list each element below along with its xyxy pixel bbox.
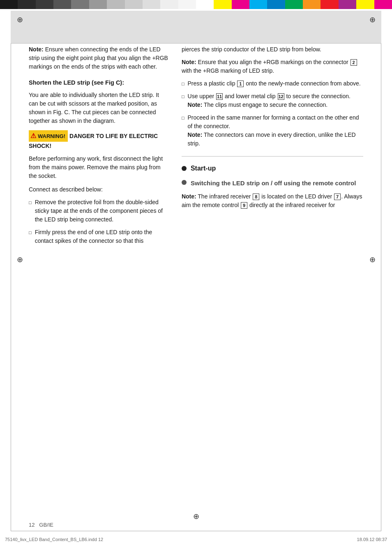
startup-label: Start-up	[191, 165, 216, 172]
file-info-right: 18.09.12 08:37	[357, 537, 387, 542]
section1-text: You are able to individually shorten the…	[29, 91, 169, 125]
note2-paragraph: Note: Ensure that you align the +RGB mar…	[182, 58, 363, 75]
divider-1	[182, 156, 363, 157]
right-text1: pierces the strip conductor of the LED s…	[182, 45, 363, 54]
warning-badge-label: WARNING!	[38, 132, 65, 141]
rb1-text1: Press a plastic clip	[188, 80, 237, 87]
warning-badge: ⚠ WARNING!	[29, 130, 68, 142]
rb3-note-label: Note:	[188, 131, 203, 138]
rb3-text1: Proceed in the same manner for forming a…	[188, 114, 359, 129]
content-area: Note: Ensure when connecting the ends of…	[29, 45, 363, 513]
reg-mark-mid-right: ⊕	[367, 255, 377, 265]
connect-label: Connect as described below:	[29, 185, 169, 194]
right-bullet-list: □ Press a plastic clip 1 onto the newly-…	[182, 79, 363, 148]
note2-label: Note:	[182, 59, 196, 65]
right-bullet-sym-3: □	[182, 115, 184, 148]
left-bullet-1: □ Remove the protective foil from the do…	[29, 198, 169, 224]
reg-mark-top-right: ⊕	[367, 15, 377, 25]
rb2-text3: to secure the connection.	[285, 93, 350, 99]
note3-paragraph: Note: The infrared receiver 8 is located…	[182, 192, 363, 210]
right-bullet-1-text: Press a plastic clip 1 onto the newly-ma…	[188, 79, 363, 88]
right-column: pierces the strip conductor of the LED s…	[182, 45, 363, 513]
rb1-text2: onto the newly-made connection from abov…	[244, 80, 360, 87]
note3-text4: directly at the infrared receiver for	[248, 202, 335, 208]
right-bullet-sym-2: □	[182, 93, 184, 109]
rb1-num: 1	[237, 81, 244, 87]
switching-subsection-title: Switching the LED strip on / off using t…	[182, 179, 363, 187]
right-bullet-sym-1: □	[182, 81, 184, 88]
reg-mark-top-left: ⊕	[15, 15, 25, 25]
left-bullet-1-text: Remove the protective foil from the doub…	[35, 198, 169, 224]
bullet-sym-1: □	[29, 199, 32, 224]
rb2-note-text: The clips must engage to secure the conn…	[202, 101, 327, 108]
left-column: Note: Ensure when connecting the ends of…	[29, 45, 169, 513]
warning-line: ⚠ WARNING! DANGER TO LIFE BY ELECTRIC SH…	[29, 130, 169, 150]
gray-header	[11, 11, 381, 44]
left-bullet-2-text: Firmly press the end of one LED strip on…	[35, 228, 169, 245]
page-number: 12 GB/IE	[29, 522, 53, 528]
right-bullet-3-text: Proceed in the same manner for forming a…	[188, 113, 363, 148]
right-bullet-1: □ Press a plastic clip 1 onto the newly-…	[182, 79, 363, 88]
right-bullet-2: □ Use upper 11 and lower metal clip 12 t…	[182, 92, 363, 109]
startup-bullet-icon	[182, 166, 187, 171]
note3-num3: 9	[241, 202, 247, 209]
rb2-note-label: Note:	[188, 101, 203, 108]
note1-label: Note:	[29, 46, 44, 53]
color-bar	[0, 0, 392, 9]
warning-block: ⚠ WARNING! DANGER TO LIFE BY ELECTRIC SH…	[29, 130, 169, 180]
note3-text2: is located on the LED driver	[260, 193, 334, 200]
rb2-text-mid: and lower metal clip	[223, 93, 277, 99]
note2-text2: with the +RGB marking of LED strip.	[182, 67, 274, 74]
right-bullet-3: □ Proceed in the same manner for forming…	[182, 113, 363, 148]
switching-label: Switching the LED strip on / off using t…	[191, 179, 356, 187]
left-bullet-2: □ Firmly press the end of one LED strip …	[29, 228, 169, 245]
note3-num2: 7	[334, 194, 341, 200]
note2-text1: Ensure that you align the +RGB markings …	[196, 59, 350, 65]
left-bullet-list: □ Remove the protective foil from the do…	[29, 198, 169, 245]
switching-bullet-icon	[182, 180, 187, 185]
file-info-left: 75140_livx_LED Band_Content_BS_LB6.indd …	[5, 537, 103, 542]
note1-paragraph: Note: Ensure when connecting the ends of…	[29, 45, 169, 71]
note3-label: Note:	[182, 193, 196, 200]
rb2-num1: 11	[216, 93, 223, 100]
note2-num2: 2	[350, 59, 357, 66]
startup-section-title: Start-up	[182, 165, 363, 172]
right-bullet-2-text: Use upper 11 and lower metal clip 12 to …	[188, 92, 363, 109]
rb2-num2: 12	[278, 93, 284, 100]
page-footer: 12 GB/IE	[29, 522, 363, 528]
bullet-sym-2: □	[29, 229, 32, 245]
reg-mark-mid-left: ⊕	[15, 255, 25, 265]
warning-text: Before performing any work, first discon…	[29, 154, 169, 180]
note3-num1: 8	[253, 194, 259, 200]
file-info: 75140_livx_LED Band_Content_BS_LB6.indd …	[0, 537, 392, 542]
note3-text1: The infrared receiver	[196, 193, 253, 200]
rb3-note-text: The connectors can move in every directi…	[188, 131, 356, 147]
note1-text: Ensure when connecting the ends of the L…	[29, 46, 168, 70]
warning-triangle-icon: ⚠	[30, 131, 36, 141]
rb2-text1: Use upper	[188, 93, 216, 99]
section1-heading: Shorten the LED strip (see Fig C):	[29, 78, 169, 87]
